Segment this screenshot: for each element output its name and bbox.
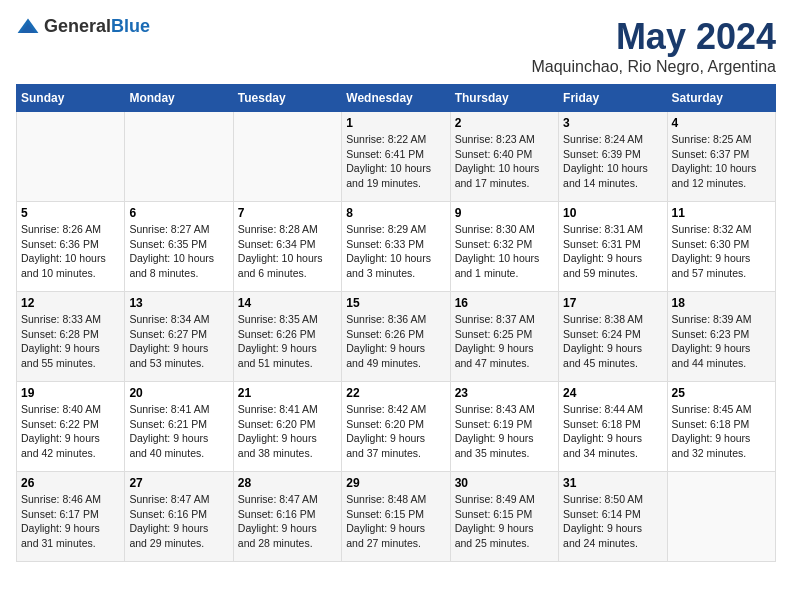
calendar-cell [667,472,775,562]
day-number: 11 [672,206,771,220]
title-area: May 2024 Maquinchao, Rio Negro, Argentin… [531,16,776,76]
header-day: Friday [559,85,667,112]
header-day: Wednesday [342,85,450,112]
calendar-cell: 3Sunrise: 8:24 AM Sunset: 6:39 PM Daylig… [559,112,667,202]
day-number: 7 [238,206,337,220]
calendar-cell: 29Sunrise: 8:48 AM Sunset: 6:15 PM Dayli… [342,472,450,562]
calendar-cell: 24Sunrise: 8:44 AM Sunset: 6:18 PM Dayli… [559,382,667,472]
day-number: 26 [21,476,120,490]
calendar-cell: 18Sunrise: 8:39 AM Sunset: 6:23 PM Dayli… [667,292,775,382]
calendar-cell: 17Sunrise: 8:38 AM Sunset: 6:24 PM Dayli… [559,292,667,382]
day-number: 28 [238,476,337,490]
calendar-cell: 7Sunrise: 8:28 AM Sunset: 6:34 PM Daylig… [233,202,341,292]
subtitle: Maquinchao, Rio Negro, Argentina [531,58,776,76]
calendar-cell [17,112,125,202]
day-number: 19 [21,386,120,400]
day-info: Sunrise: 8:23 AM Sunset: 6:40 PM Dayligh… [455,132,554,191]
calendar-cell: 31Sunrise: 8:50 AM Sunset: 6:14 PM Dayli… [559,472,667,562]
calendar-cell: 1Sunrise: 8:22 AM Sunset: 6:41 PM Daylig… [342,112,450,202]
day-info: Sunrise: 8:41 AM Sunset: 6:20 PM Dayligh… [238,402,337,461]
calendar-cell [125,112,233,202]
header-day: Tuesday [233,85,341,112]
calendar-cell: 21Sunrise: 8:41 AM Sunset: 6:20 PM Dayli… [233,382,341,472]
day-number: 8 [346,206,445,220]
day-number: 9 [455,206,554,220]
day-info: Sunrise: 8:46 AM Sunset: 6:17 PM Dayligh… [21,492,120,551]
day-info: Sunrise: 8:45 AM Sunset: 6:18 PM Dayligh… [672,402,771,461]
header-day: Sunday [17,85,125,112]
day-info: Sunrise: 8:37 AM Sunset: 6:25 PM Dayligh… [455,312,554,371]
day-info: Sunrise: 8:31 AM Sunset: 6:31 PM Dayligh… [563,222,662,281]
day-info: Sunrise: 8:47 AM Sunset: 6:16 PM Dayligh… [129,492,228,551]
calendar-cell: 30Sunrise: 8:49 AM Sunset: 6:15 PM Dayli… [450,472,558,562]
day-number: 1 [346,116,445,130]
calendar-cell: 19Sunrise: 8:40 AM Sunset: 6:22 PM Dayli… [17,382,125,472]
day-info: Sunrise: 8:35 AM Sunset: 6:26 PM Dayligh… [238,312,337,371]
calendar-cell: 11Sunrise: 8:32 AM Sunset: 6:30 PM Dayli… [667,202,775,292]
day-number: 29 [346,476,445,490]
calendar-cell: 22Sunrise: 8:42 AM Sunset: 6:20 PM Dayli… [342,382,450,472]
calendar-cell: 5Sunrise: 8:26 AM Sunset: 6:36 PM Daylig… [17,202,125,292]
day-number: 18 [672,296,771,310]
calendar-week-row: 12Sunrise: 8:33 AM Sunset: 6:28 PM Dayli… [17,292,776,382]
day-info: Sunrise: 8:22 AM Sunset: 6:41 PM Dayligh… [346,132,445,191]
day-number: 4 [672,116,771,130]
day-info: Sunrise: 8:29 AM Sunset: 6:33 PM Dayligh… [346,222,445,281]
day-info: Sunrise: 8:25 AM Sunset: 6:37 PM Dayligh… [672,132,771,191]
calendar-cell: 23Sunrise: 8:43 AM Sunset: 6:19 PM Dayli… [450,382,558,472]
day-info: Sunrise: 8:49 AM Sunset: 6:15 PM Dayligh… [455,492,554,551]
header: GeneralBlue May 2024 Maquinchao, Rio Neg… [16,16,776,76]
calendar-week-row: 5Sunrise: 8:26 AM Sunset: 6:36 PM Daylig… [17,202,776,292]
logo-icon [16,17,40,37]
day-number: 24 [563,386,662,400]
day-number: 15 [346,296,445,310]
calendar-table: SundayMondayTuesdayWednesdayThursdayFrid… [16,84,776,562]
day-number: 25 [672,386,771,400]
day-number: 12 [21,296,120,310]
logo-text-general: General [44,16,111,36]
calendar-cell: 12Sunrise: 8:33 AM Sunset: 6:28 PM Dayli… [17,292,125,382]
calendar-cell: 10Sunrise: 8:31 AM Sunset: 6:31 PM Dayli… [559,202,667,292]
calendar-week-row: 26Sunrise: 8:46 AM Sunset: 6:17 PM Dayli… [17,472,776,562]
calendar-cell: 25Sunrise: 8:45 AM Sunset: 6:18 PM Dayli… [667,382,775,472]
calendar-cell: 26Sunrise: 8:46 AM Sunset: 6:17 PM Dayli… [17,472,125,562]
day-info: Sunrise: 8:44 AM Sunset: 6:18 PM Dayligh… [563,402,662,461]
calendar-week-row: 19Sunrise: 8:40 AM Sunset: 6:22 PM Dayli… [17,382,776,472]
day-info: Sunrise: 8:47 AM Sunset: 6:16 PM Dayligh… [238,492,337,551]
calendar-cell: 2Sunrise: 8:23 AM Sunset: 6:40 PM Daylig… [450,112,558,202]
header-day: Thursday [450,85,558,112]
day-number: 10 [563,206,662,220]
day-number: 6 [129,206,228,220]
day-info: Sunrise: 8:41 AM Sunset: 6:21 PM Dayligh… [129,402,228,461]
day-number: 20 [129,386,228,400]
day-number: 2 [455,116,554,130]
header-row: SundayMondayTuesdayWednesdayThursdayFrid… [17,85,776,112]
day-info: Sunrise: 8:43 AM Sunset: 6:19 PM Dayligh… [455,402,554,461]
day-number: 30 [455,476,554,490]
day-number: 31 [563,476,662,490]
logo-text-blue: Blue [111,16,150,36]
calendar-cell: 9Sunrise: 8:30 AM Sunset: 6:32 PM Daylig… [450,202,558,292]
day-info: Sunrise: 8:36 AM Sunset: 6:26 PM Dayligh… [346,312,445,371]
day-info: Sunrise: 8:28 AM Sunset: 6:34 PM Dayligh… [238,222,337,281]
day-info: Sunrise: 8:34 AM Sunset: 6:27 PM Dayligh… [129,312,228,371]
calendar-cell: 28Sunrise: 8:47 AM Sunset: 6:16 PM Dayli… [233,472,341,562]
day-info: Sunrise: 8:40 AM Sunset: 6:22 PM Dayligh… [21,402,120,461]
calendar-cell: 27Sunrise: 8:47 AM Sunset: 6:16 PM Dayli… [125,472,233,562]
day-number: 16 [455,296,554,310]
calendar-week-row: 1Sunrise: 8:22 AM Sunset: 6:41 PM Daylig… [17,112,776,202]
day-number: 14 [238,296,337,310]
day-number: 23 [455,386,554,400]
main-title: May 2024 [531,16,776,58]
day-info: Sunrise: 8:26 AM Sunset: 6:36 PM Dayligh… [21,222,120,281]
day-number: 3 [563,116,662,130]
calendar-cell: 16Sunrise: 8:37 AM Sunset: 6:25 PM Dayli… [450,292,558,382]
calendar-cell [233,112,341,202]
calendar-cell: 15Sunrise: 8:36 AM Sunset: 6:26 PM Dayli… [342,292,450,382]
day-info: Sunrise: 8:33 AM Sunset: 6:28 PM Dayligh… [21,312,120,371]
calendar-cell: 20Sunrise: 8:41 AM Sunset: 6:21 PM Dayli… [125,382,233,472]
calendar-cell: 14Sunrise: 8:35 AM Sunset: 6:26 PM Dayli… [233,292,341,382]
calendar-cell: 13Sunrise: 8:34 AM Sunset: 6:27 PM Dayli… [125,292,233,382]
day-number: 13 [129,296,228,310]
day-number: 21 [238,386,337,400]
